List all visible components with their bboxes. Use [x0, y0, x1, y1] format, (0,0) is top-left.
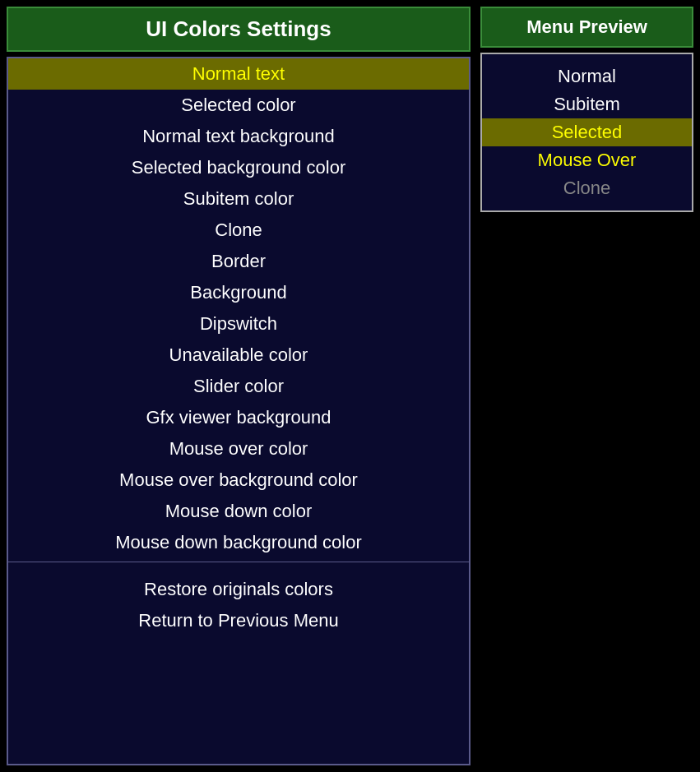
right-panel: Menu Preview NormalSubitemSelectedMouse …	[477, 0, 700, 772]
menu-items-container: Normal textSelected colorNormal text bac…	[8, 58, 469, 558]
title-bar: UI Colors Settings	[7, 7, 471, 52]
preview-item-mouseover: Mouse Over	[482, 146, 692, 174]
preview-title-bar: Menu Preview	[480, 7, 693, 48]
menu-item-7[interactable]: Background	[8, 277, 469, 308]
app-title: UI Colors Settings	[146, 16, 331, 41]
menu-item-11[interactable]: Gfx viewer background	[8, 402, 469, 433]
footer-actions: Restore originals colorsReturn to Previo…	[8, 566, 469, 643]
left-panel: UI Colors Settings Normal textSelected c…	[0, 0, 477, 772]
menu-item-5[interactable]: Clone	[8, 215, 469, 246]
preview-item-normal: Normal	[482, 62, 692, 90]
menu-item-2[interactable]: Normal text background	[8, 121, 469, 152]
footer-item-1[interactable]: Return to Previous Menu	[8, 605, 469, 636]
menu-item-9[interactable]: Unavailable color	[8, 340, 469, 371]
footer-item-0[interactable]: Restore originals colors	[8, 574, 469, 605]
preview-title-text: Menu Preview	[526, 16, 647, 37]
preview-box: NormalSubitemSelectedMouse OverClone	[480, 53, 693, 212]
menu-item-15[interactable]: Mouse down background color	[8, 527, 469, 558]
menu-item-14[interactable]: Mouse down color	[8, 496, 469, 527]
menu-list-container: Normal textSelected colorNormal text bac…	[7, 57, 471, 765]
menu-item-0[interactable]: Normal text	[8, 58, 469, 90]
menu-item-1[interactable]: Selected color	[8, 90, 469, 121]
preview-item-subitem: Subitem	[482, 90, 692, 118]
menu-divider	[8, 562, 469, 562]
main-container: UI Colors Settings Normal textSelected c…	[0, 0, 700, 772]
preview-item-clone: Clone	[482, 174, 692, 202]
menu-item-6[interactable]: Border	[8, 246, 469, 277]
menu-item-10[interactable]: Slider color	[8, 371, 469, 402]
menu-item-13[interactable]: Mouse over background color	[8, 465, 469, 496]
menu-item-12[interactable]: Mouse over color	[8, 433, 469, 465]
menu-item-4[interactable]: Subitem color	[8, 183, 469, 215]
menu-item-8[interactable]: Dipswitch	[8, 308, 469, 340]
preview-item-selected: Selected	[482, 118, 692, 146]
menu-item-3[interactable]: Selected background color	[8, 152, 469, 183]
